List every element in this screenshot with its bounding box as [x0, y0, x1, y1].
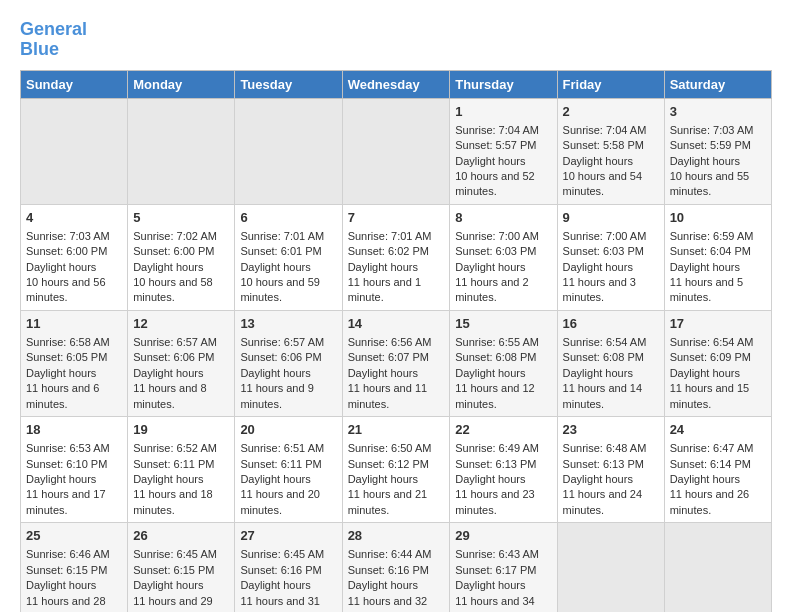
daylight-label: Daylight hours: [670, 366, 766, 381]
sunset-time: Sunset: 6:06 PM: [240, 350, 336, 365]
sunrise-time: Sunrise: 6:45 AM: [240, 547, 336, 562]
daylight-value: 11 hours and 2 minutes.: [455, 275, 551, 306]
sunrise-time: Sunrise: 6:55 AM: [455, 335, 551, 350]
daylight-value: 11 hours and 14 minutes.: [563, 381, 659, 412]
sunrise-time: Sunrise: 6:51 AM: [240, 441, 336, 456]
sunrise-time: Sunrise: 6:59 AM: [670, 229, 766, 244]
daylight-value: 10 hours and 58 minutes.: [133, 275, 229, 306]
calendar-cell: 26Sunrise: 6:45 AMSunset: 6:15 PMDayligh…: [128, 523, 235, 612]
day-number: 10: [670, 209, 766, 227]
header-day-thursday: Thursday: [450, 70, 557, 98]
logo-text-line2: Blue: [20, 40, 87, 60]
sunset-time: Sunset: 5:59 PM: [670, 138, 766, 153]
header-day-sunday: Sunday: [21, 70, 128, 98]
sunset-time: Sunset: 6:15 PM: [26, 563, 122, 578]
calendar-cell: 13Sunrise: 6:57 AMSunset: 6:06 PMDayligh…: [235, 310, 342, 416]
sunrise-time: Sunrise: 6:44 AM: [348, 547, 445, 562]
daylight-label: Daylight hours: [26, 578, 122, 593]
daylight-value: 11 hours and 29 minutes.: [133, 594, 229, 612]
calendar-cell: 6Sunrise: 7:01 AMSunset: 6:01 PMDaylight…: [235, 204, 342, 310]
sunrise-time: Sunrise: 7:04 AM: [563, 123, 659, 138]
daylight-value: 11 hours and 12 minutes.: [455, 381, 551, 412]
header-row: SundayMondayTuesdayWednesdayThursdayFrid…: [21, 70, 772, 98]
daylight-label: Daylight hours: [26, 472, 122, 487]
calendar-cell: 28Sunrise: 6:44 AMSunset: 6:16 PMDayligh…: [342, 523, 450, 612]
sunset-time: Sunset: 5:57 PM: [455, 138, 551, 153]
daylight-value: 11 hours and 1 minute.: [348, 275, 445, 306]
day-number: 4: [26, 209, 122, 227]
daylight-label: Daylight hours: [455, 154, 551, 169]
daylight-label: Daylight hours: [348, 472, 445, 487]
calendar-cell: 11Sunrise: 6:58 AMSunset: 6:05 PMDayligh…: [21, 310, 128, 416]
daylight-label: Daylight hours: [455, 260, 551, 275]
day-number: 11: [26, 315, 122, 333]
daylight-value: 11 hours and 3 minutes.: [563, 275, 659, 306]
week-row-2: 4Sunrise: 7:03 AMSunset: 6:00 PMDaylight…: [21, 204, 772, 310]
calendar-cell: 23Sunrise: 6:48 AMSunset: 6:13 PMDayligh…: [557, 417, 664, 523]
daylight-label: Daylight hours: [348, 260, 445, 275]
day-number: 20: [240, 421, 336, 439]
week-row-4: 18Sunrise: 6:53 AMSunset: 6:10 PMDayligh…: [21, 417, 772, 523]
sunset-time: Sunset: 6:08 PM: [455, 350, 551, 365]
sunset-time: Sunset: 6:10 PM: [26, 457, 122, 472]
sunset-time: Sunset: 6:16 PM: [240, 563, 336, 578]
day-number: 5: [133, 209, 229, 227]
daylight-label: Daylight hours: [240, 578, 336, 593]
daylight-label: Daylight hours: [133, 366, 229, 381]
sunset-time: Sunset: 6:05 PM: [26, 350, 122, 365]
day-number: 26: [133, 527, 229, 545]
daylight-label: Daylight hours: [26, 260, 122, 275]
calendar-cell: 7Sunrise: 7:01 AMSunset: 6:02 PMDaylight…: [342, 204, 450, 310]
sunset-time: Sunset: 6:03 PM: [455, 244, 551, 259]
daylight-value: 11 hours and 32 minutes.: [348, 594, 445, 612]
logo-text-line1: General: [20, 20, 87, 40]
daylight-label: Daylight hours: [455, 578, 551, 593]
daylight-label: Daylight hours: [26, 366, 122, 381]
daylight-label: Daylight hours: [563, 260, 659, 275]
calendar-table: SundayMondayTuesdayWednesdayThursdayFrid…: [20, 70, 772, 612]
daylight-value: 11 hours and 34 minutes.: [455, 594, 551, 612]
calendar-cell: 16Sunrise: 6:54 AMSunset: 6:08 PMDayligh…: [557, 310, 664, 416]
daylight-value: 11 hours and 8 minutes.: [133, 381, 229, 412]
calendar-cell: [664, 523, 771, 612]
sunset-time: Sunset: 6:14 PM: [670, 457, 766, 472]
day-number: 28: [348, 527, 445, 545]
day-number: 13: [240, 315, 336, 333]
sunrise-time: Sunrise: 7:01 AM: [240, 229, 336, 244]
day-number: 23: [563, 421, 659, 439]
day-number: 14: [348, 315, 445, 333]
header-day-saturday: Saturday: [664, 70, 771, 98]
sunrise-time: Sunrise: 6:46 AM: [26, 547, 122, 562]
calendar-cell: 25Sunrise: 6:46 AMSunset: 6:15 PMDayligh…: [21, 523, 128, 612]
calendar-cell: 9Sunrise: 7:00 AMSunset: 6:03 PMDaylight…: [557, 204, 664, 310]
daylight-value: 11 hours and 31 minutes.: [240, 594, 336, 612]
sunrise-time: Sunrise: 6:57 AM: [133, 335, 229, 350]
sunrise-time: Sunrise: 6:49 AM: [455, 441, 551, 456]
day-number: 16: [563, 315, 659, 333]
calendar-cell: 29Sunrise: 6:43 AMSunset: 6:17 PMDayligh…: [450, 523, 557, 612]
calendar-cell: 2Sunrise: 7:04 AMSunset: 5:58 PMDaylight…: [557, 98, 664, 204]
sunset-time: Sunset: 6:07 PM: [348, 350, 445, 365]
sunset-time: Sunset: 6:08 PM: [563, 350, 659, 365]
sunrise-time: Sunrise: 6:54 AM: [563, 335, 659, 350]
daylight-value: 11 hours and 6 minutes.: [26, 381, 122, 412]
calendar-cell: 10Sunrise: 6:59 AMSunset: 6:04 PMDayligh…: [664, 204, 771, 310]
sunset-time: Sunset: 6:00 PM: [26, 244, 122, 259]
calendar-cell: [235, 98, 342, 204]
sunrise-time: Sunrise: 7:00 AM: [563, 229, 659, 244]
week-row-5: 25Sunrise: 6:46 AMSunset: 6:15 PMDayligh…: [21, 523, 772, 612]
daylight-value: 11 hours and 21 minutes.: [348, 487, 445, 518]
sunset-time: Sunset: 6:03 PM: [563, 244, 659, 259]
daylight-label: Daylight hours: [563, 366, 659, 381]
daylight-label: Daylight hours: [563, 154, 659, 169]
page-header: General Blue: [20, 20, 772, 60]
daylight-value: 11 hours and 11 minutes.: [348, 381, 445, 412]
sunset-time: Sunset: 6:12 PM: [348, 457, 445, 472]
daylight-label: Daylight hours: [133, 260, 229, 275]
calendar-cell: [342, 98, 450, 204]
sunset-time: Sunset: 6:04 PM: [670, 244, 766, 259]
daylight-value: 11 hours and 17 minutes.: [26, 487, 122, 518]
sunset-time: Sunset: 6:11 PM: [133, 457, 229, 472]
daylight-value: 11 hours and 20 minutes.: [240, 487, 336, 518]
calendar-cell: 15Sunrise: 6:55 AMSunset: 6:08 PMDayligh…: [450, 310, 557, 416]
